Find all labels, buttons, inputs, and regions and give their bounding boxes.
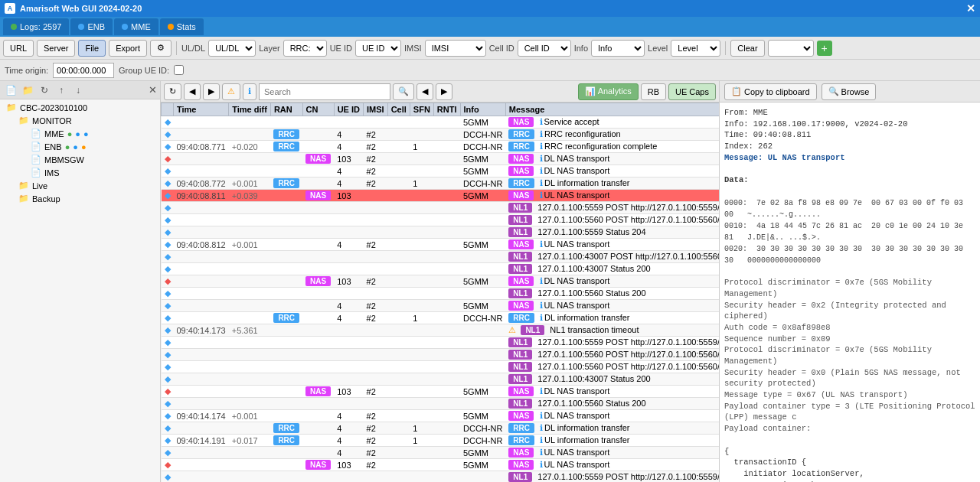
table-row[interactable]: ◆ NL1 127.0.1.100:5559 Status 204 (162, 226, 720, 239)
row-indicator: ◆ (162, 435, 174, 447)
add-filter-btn[interactable]: + (817, 41, 832, 56)
table-row[interactable]: ◆ NL1 127.0.1.100:43007 POST http://127.… (162, 251, 720, 263)
table-row[interactable]: ◆ NL1 127.0.1.100:5560 Status 200 (162, 288, 720, 300)
table-row[interactable]: ◆ 09:40:14.174 +0.001 4 #2 5GMM NAS ℹDL … (162, 410, 720, 422)
info-filter-btn[interactable]: ℹ (243, 83, 256, 100)
sidebar-refresh-btn[interactable]: ↻ (37, 83, 52, 98)
ran-badge: RRC (273, 423, 299, 433)
table-row[interactable]: ◆ NL1 127.0.1.100:5560 POST http://127.0… (162, 214, 720, 226)
copy-clipboard-btn[interactable]: 📋 Copy to clipboard (724, 83, 817, 100)
table-row[interactable]: ◆ NL1 127.0.1.100:5559 POST http://127.0… (162, 471, 720, 483)
file-btn[interactable]: File (78, 40, 106, 57)
table-row[interactable]: ◆ NAS 103 #2 5GMM NAS ℹUL NAS transport (162, 459, 720, 471)
table-row[interactable]: ◆ 4 #2 5GMM NAS ℹUL NAS transport (162, 300, 720, 312)
table-row[interactable]: ◆ 09:40:08.772 +0.001 RRC 4 #2 1 DCCH-NR… (162, 177, 720, 190)
table-row[interactable]: ◆ 4 #2 5GMM NAS ℹDL NAS transport (162, 165, 720, 177)
table-row[interactable]: ◆ RRC 4 #2 1 DCCH-NR RRC ℹDL information… (162, 422, 720, 435)
tree-item-mbmsgw[interactable]: 📄 MBMSGW (0, 153, 160, 166)
tab-logs[interactable]: Logs: 2597 (3, 18, 69, 35)
table-row[interactable]: ◆ 5GMM NAS ℹService accept (162, 116, 720, 129)
row-indicator: ◆ (162, 288, 174, 300)
tab-bar: Logs: 2597 ENB MME Stats (0, 17, 980, 37)
table-row[interactable]: ◆ 09:40:08.812 +0.001 4 #2 5GMM NAS ℹUL … (162, 239, 720, 251)
table-row[interactable]: ◆ 09:40:08.811 +0.039 NAS 103 5GMM NAS ℹ… (162, 190, 720, 202)
tree-item-backup[interactable]: 📁 Backup (12, 192, 160, 205)
analytics-btn[interactable]: 📊 Analytics (578, 83, 638, 100)
th-time[interactable]: Time (174, 103, 229, 116)
th-ran[interactable]: RAN (270, 103, 302, 116)
th-sfn[interactable]: SFN (410, 103, 433, 116)
tree-item-enb[interactable]: 📄 ENB ● ● ● (0, 140, 160, 153)
table-row[interactable]: ◆ NL1 127.0.1.100:43007 Status 200 (162, 373, 720, 386)
sidebar-down-btn[interactable]: ↓ (70, 83, 86, 98)
browse-btn[interactable]: 🔍 Browse (822, 83, 877, 100)
uedl-select[interactable]: UL/DL (208, 40, 256, 57)
group-ueid-checkbox[interactable] (174, 65, 184, 75)
row-cn (302, 447, 334, 459)
table-row[interactable]: ◆ RRC 4 #2 DCCH-NR RRC ℹRRC reconfigurat… (162, 129, 720, 141)
th-rnti[interactable]: RNTI (433, 103, 460, 116)
sidebar-close-btn[interactable]: ✕ (149, 84, 157, 96)
info-select[interactable]: Info (591, 40, 645, 57)
log-table-container[interactable]: Time Time diff RAN CN UE ID IMSI Cell SF… (161, 103, 719, 482)
export-btn[interactable]: Export (109, 40, 147, 57)
table-row[interactable]: ◆ 4 #2 5GMM NAS ℹUL NAS transport (162, 447, 720, 459)
sidebar-folder-btn[interactable]: 📁 (20, 83, 35, 98)
table-row[interactable]: ◆ NL1 127.0.1.100:5560 Status 200 (162, 398, 720, 410)
tree-item-monitor[interactable]: 📁 MONITOR (12, 114, 160, 127)
search-icon-btn[interactable]: 🔍 (393, 83, 414, 100)
back-btn[interactable]: ◀ (184, 83, 201, 100)
clear-btn[interactable]: Clear (730, 40, 764, 57)
sidebar-new-btn[interactable]: 📄 (3, 83, 18, 98)
th-imsi[interactable]: IMSI (364, 103, 388, 116)
th-cell[interactable]: Cell (387, 103, 410, 116)
tree-item-ims[interactable]: 📄 IMS (0, 166, 160, 179)
cellid-select[interactable]: Cell ID (518, 40, 571, 57)
level-select[interactable]: Level (671, 40, 720, 57)
th-info[interactable]: Info (460, 103, 505, 116)
tree-item-cbc[interactable]: 📁 CBC-2023010100 (0, 101, 160, 114)
tab-stats[interactable]: Stats (160, 18, 204, 35)
th-cn[interactable]: CN (302, 103, 334, 116)
row-imsi (364, 202, 388, 214)
table-row[interactable]: ◆ NAS 103 #2 5GMM NAS ℹDL NAS transport (162, 386, 720, 398)
table-row[interactable]: ◆ NL1 127.0.1.100:5559 POST http://127.0… (162, 202, 720, 214)
table-row[interactable]: ◆ NL1 127.0.1.100:5560 POST http://127.0… (162, 361, 720, 373)
table-row[interactable]: ◆ 09:40:14.173 +5.361 ⚠ NL1 NL1 transact… (162, 324, 720, 337)
close-window-btn[interactable]: ✕ (966, 2, 975, 15)
nav-prev-btn[interactable]: ◀ (416, 83, 433, 100)
clear-select[interactable] (768, 40, 814, 57)
row-imsi (364, 471, 388, 483)
table-row[interactable]: ◆ 09:40:08.771 +0.020 RRC 4 #2 1 DCCH-NR… (162, 141, 720, 153)
ue-caps-btn[interactable]: UE Caps (668, 83, 716, 100)
table-row[interactable]: ◆ NL1 127.0.1.100:43007 Status 200 (162, 263, 720, 275)
tree-item-mme[interactable]: 📄 MME ● ● ● (0, 127, 160, 140)
tree-item-live[interactable]: 📁 Live (12, 179, 160, 192)
forward-btn[interactable]: ▶ (203, 83, 220, 100)
tab-mme[interactable]: MME (114, 18, 158, 35)
th-message[interactable]: Message (505, 103, 719, 116)
ueid-select[interactable]: UE ID (355, 40, 401, 57)
tab-enb[interactable]: ENB (70, 18, 113, 35)
table-row[interactable]: ◆ 09:40:14.191 +0.017 RRC 4 #2 1 DCCH-NR… (162, 435, 720, 447)
warn-filter-btn[interactable]: ⚠ (222, 83, 240, 100)
settings-btn[interactable]: ⚙ (150, 40, 172, 57)
search-input[interactable] (259, 83, 390, 100)
row-timediff (229, 116, 271, 129)
nav-next-btn[interactable]: ▶ (436, 83, 452, 100)
table-row[interactable]: ◆ NL1 127.0.1.100:5560 POST http://127.0… (162, 349, 720, 361)
table-row[interactable]: ◆ NL1 127.0.1.100:5559 POST http://127.0… (162, 337, 720, 349)
rb-btn[interactable]: RB (641, 83, 666, 100)
imsi-select[interactable]: IMSI (425, 40, 486, 57)
table-row[interactable]: ◆ NAS 103 #2 5GMM NAS ℹDL NAS transport (162, 275, 720, 288)
url-btn[interactable]: URL (3, 40, 34, 57)
layer-select[interactable]: RRC: (283, 40, 327, 57)
th-ueid[interactable]: UE ID (334, 103, 363, 116)
sidebar-up-btn[interactable]: ↑ (54, 83, 69, 98)
refresh-btn[interactable]: ↻ (164, 83, 181, 100)
server-btn[interactable]: Server (37, 40, 75, 57)
th-timediff[interactable]: Time diff (229, 103, 271, 116)
table-row[interactable]: ◆ RRC 4 #2 1 DCCH-NR RRC ℹDL information… (162, 312, 720, 324)
time-origin-input[interactable] (53, 63, 114, 78)
table-row[interactable]: ◆ NAS 103 #2 5GMM NAS ℹDL NAS transport (162, 153, 720, 165)
